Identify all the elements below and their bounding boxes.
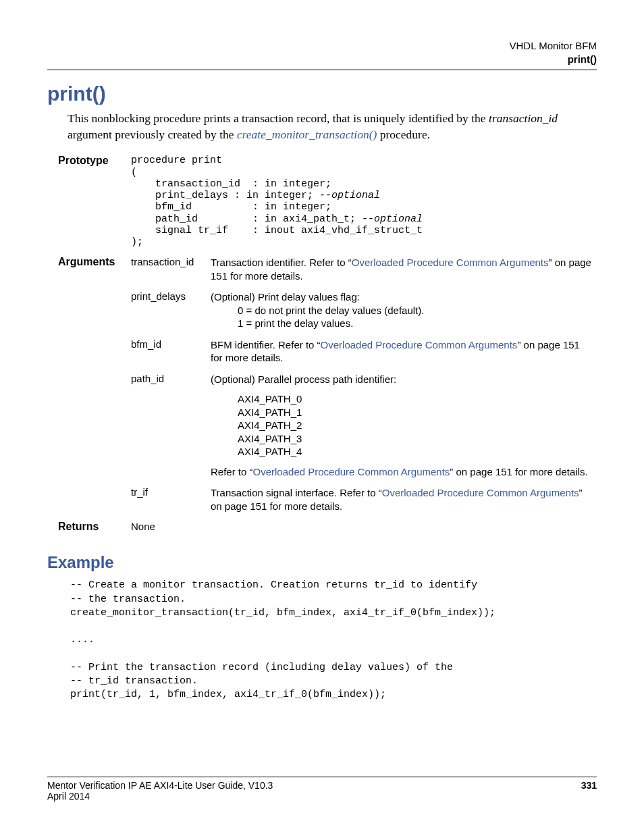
arg-desc-print-delays: (Optional) Print delay values flag: 0 = … [211,290,597,338]
intro-transaction-id: transaction_id [489,111,558,125]
intro-text-3: procedure. [377,128,430,141]
footer-page-number: 331 [581,780,597,791]
page-footer: Mentor Verification IP AE AXI4-Lite User… [47,777,597,802]
arg-name-bfm-id: bfm_id [131,338,211,373]
prototype-code: procedure print ( transaction_id : in in… [131,155,591,248]
intro-paragraph: This nonblocking procedure prints a tran… [68,111,597,142]
definition-table: Prototype procedure print ( transaction_… [58,155,597,541]
argument-row-tr-if: tr_if Transaction signal interface. Refe… [58,486,597,521]
page-title: print() [47,82,597,105]
argument-row-path-id: path_id (Optional) Parallel process path… [58,373,597,487]
arg-name-path-id: path_id [131,373,211,487]
arg-desc-path-id: (Optional) Parallel process path identif… [211,373,597,487]
arg-name-print-delays: print_delays [131,290,211,338]
link-overloaded-1[interactable]: Overloaded Procedure Common Arguments [352,257,549,268]
arg-name-tr-if: tr_if [131,486,211,521]
footer-guide: Mentor Verification IP AE AXI4-Lite User… [47,780,273,791]
link-overloaded-2[interactable]: Overloaded Procedure Common Arguments [321,339,518,350]
example-heading: Example [47,553,597,572]
header-rule [47,70,597,70]
argument-row-print-delays: print_delays (Optional) Print delay valu… [58,290,597,338]
prototype-label: Prototype [58,155,131,256]
page-header: VHDL Monitor BFM print() [47,39,597,66]
example-code: -- Create a monitor transaction. Creatio… [70,579,597,702]
link-overloaded-3[interactable]: Overloaded Procedure Common Arguments [253,466,450,477]
intro-text-2: argument previously created by the [68,128,237,141]
returns-label: Returns [58,521,131,541]
header-line2: print() [47,53,597,66]
footer-rule [47,777,597,777]
prototype-row: Prototype procedure print ( transaction_… [58,155,597,256]
header-line1: VHDL Monitor BFM [47,39,597,53]
intro-text-1: This nonblocking procedure prints a tran… [68,111,489,125]
argument-row-bfm-id: bfm_id BFM identifier. Refer to “Overloa… [58,338,597,373]
arg-desc-bfm-id: BFM identifier. Refer to “Overloaded Pro… [211,338,597,373]
arguments-label: Arguments [58,256,131,290]
intro-link-create-monitor[interactable]: create_monitor_transaction() [237,128,377,141]
returns-row: Returns None [58,521,597,541]
link-overloaded-4[interactable]: Overloaded Procedure Common Arguments [382,487,579,498]
returns-value: None [131,521,211,541]
arg-name-transaction-id: transaction_id [131,256,211,290]
footer-date: April 2014 [47,791,597,802]
argument-row-transaction-id: Arguments transaction_id Transaction ide… [58,256,597,290]
arg-desc-transaction-id: Transaction identifier. Refer to “Overlo… [211,256,597,290]
arg-desc-tr-if: Transaction signal interface. Refer to “… [211,486,597,521]
